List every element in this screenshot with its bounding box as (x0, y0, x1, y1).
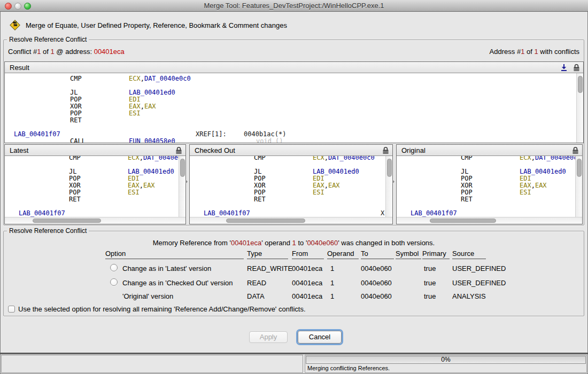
type-cell: READ_WRITE (247, 264, 292, 272)
latest-version-radio[interactable] (110, 264, 118, 271)
checked-out-panel-header: Checked Out (190, 145, 392, 156)
goto-bottom-arrow-icon[interactable] (560, 64, 568, 72)
horizontal-scrollbar[interactable] (190, 217, 392, 224)
lock-icon[interactable] (573, 64, 580, 72)
scrollbar-thumb[interactable] (578, 76, 583, 93)
from-cell: 00401eca (292, 292, 322, 300)
type-cell: READ (247, 279, 266, 287)
progress-area: 0% Merging conflicting References. (305, 355, 587, 373)
vertical-scrollbar[interactable] (179, 156, 185, 217)
primary-cell: true (424, 264, 436, 272)
latest-listing[interactable]: CMPECX,DAT_0040e0c0JLLAB_00401ed0POPEDIX… (5, 156, 185, 217)
vertical-scrollbar[interactable] (385, 156, 392, 217)
scrollbar-thumb[interactable] (33, 219, 101, 223)
merge-phase-banner: ⇅ Merge of Equate, User Defined Property… (10, 19, 287, 31)
source-cell: USER_DEFINED (452, 264, 506, 272)
conflict-counter: Conflict #1 of 1 @ address: 00401eca (8, 48, 125, 56)
source-cell: ANALYSIS (452, 292, 486, 300)
to-cell: 0040e060 (361, 264, 392, 272)
lock-icon[interactable] (382, 146, 389, 154)
resolve-conflict-group: Resolve Reference Conflict Memory Refere… (3, 231, 584, 316)
checked-out-panel: Checked Out CMPECX,DAT_0040e0c0JLLAB_004… (189, 144, 393, 224)
use-for-all-checkbox[interactable] (8, 306, 15, 313)
lock-icon[interactable] (175, 146, 182, 154)
progress-bar: 0% (306, 356, 586, 364)
operand-cell: 1 (330, 264, 334, 272)
source-cell: USER_DEFINED (452, 279, 506, 287)
primary-cell: true (424, 279, 436, 287)
option-label[interactable]: Change as in 'Checked Out' version (122, 279, 233, 287)
original-panel-title: Original (401, 146, 425, 154)
scrollbar-thumb[interactable] (226, 219, 305, 223)
from-cell: 00401eca (292, 264, 322, 272)
horizontal-scrollbar[interactable] (5, 217, 185, 224)
status-message-area (1, 355, 303, 373)
lock-icon[interactable] (572, 146, 579, 154)
group-title: Resolve Reference Conflict (7, 36, 89, 43)
group-title: Resolve Reference Conflict (7, 227, 89, 235)
scrollbar-thumb[interactable] (180, 159, 185, 177)
option-label[interactable]: Change as in 'Latest' version (122, 264, 211, 272)
checked-out-listing[interactable]: CMPECX,DAT_0040e0c0JLLAB_00401ed0POPEDIX… (190, 156, 392, 217)
to-cell: 0040e060 (361, 292, 392, 300)
vertical-scrollbar[interactable] (576, 73, 583, 143)
result-panel-title: Result (10, 64, 29, 72)
checked-out-version-radio[interactable] (110, 278, 118, 286)
scrollbar-thumb[interactable] (577, 159, 582, 177)
original-panel: Original CMPECX,DAT_0040e0c0JLLAB_00401e… (396, 144, 583, 224)
type-cell: DATA (247, 292, 265, 300)
operand-cell: 1 (330, 279, 334, 287)
address-counter: Address #1 of 1 with conflicts (490, 48, 579, 56)
result-panel-header: Result (5, 62, 583, 73)
merge-phase-text: Merge of Equate, User Defined Property, … (26, 21, 287, 29)
primary-cell: true (424, 292, 436, 300)
use-for-all-label[interactable]: Use the selected option for resolving al… (18, 305, 306, 313)
horizontal-scrollbar[interactable] (397, 217, 582, 224)
merge-tool-window: Merge Tool: Features_DevTestProject:/Win… (0, 0, 588, 374)
result-listing[interactable]: CMPECX,DAT_0040e0c0JLLAB_00401ed0POPEDIX… (5, 73, 583, 143)
checked-out-panel-title: Checked Out (195, 146, 235, 154)
scrollbar-thumb[interactable] (387, 159, 392, 177)
from-cell: 00401eca (292, 279, 322, 287)
window-title: Merge Tool: Features_DevTestProject:/Win… (0, 2, 588, 10)
option-label: 'Original' version (122, 292, 173, 300)
latest-panel-header: Latest (5, 145, 185, 156)
title-bar[interactable]: Merge Tool: Features_DevTestProject:/Win… (0, 0, 588, 12)
conflict-description: Memory Reference from '00401eca' operand… (4, 239, 584, 247)
vertical-scrollbar[interactable] (575, 156, 582, 217)
latest-panel: Latest CMPECX,DAT_0040e0c0JLLAB_00401ed0… (4, 144, 186, 224)
merge-icon: ⇅ (10, 20, 20, 30)
scrollbar-thumb[interactable] (430, 219, 496, 223)
cancel-button[interactable]: Cancel (298, 331, 342, 344)
operand-cell: 1 (330, 292, 334, 300)
apply-button[interactable]: Apply (249, 331, 288, 343)
original-panel-header: Original (397, 145, 582, 156)
latest-panel-title: Latest (10, 146, 28, 154)
progress-message: Merging conflicting References. (307, 365, 390, 371)
original-listing[interactable]: CMPECX,DAT_0040e0c0JLLAB_00401ed0POPEDIX… (397, 156, 582, 217)
to-cell: 0040e060 (361, 279, 392, 287)
result-panel: Result CMPECX,DAT_0040e0c0JLLAB_00401ed0… (4, 61, 584, 143)
statusbar-divider (0, 353, 588, 354)
